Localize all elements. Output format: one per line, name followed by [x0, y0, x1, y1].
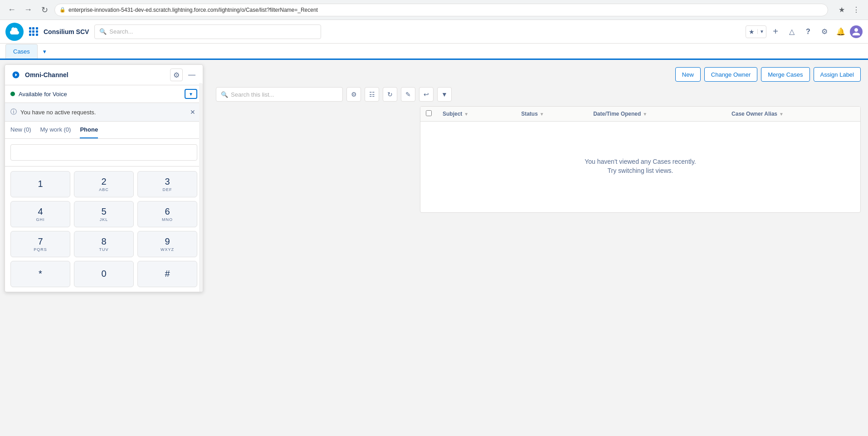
new-button[interactable]: New — [675, 67, 701, 82]
empty-state-message: You haven't viewed any Cases recently. T… — [420, 122, 860, 212]
dial-3-main: 3 — [165, 176, 170, 187]
undo-button[interactable]: ↩ — [419, 87, 434, 102]
dial-1-button[interactable]: 1 — [10, 171, 70, 197]
list-controls: 🔍 Search this list... ⚙ ☷ ↻ ✎ ↩ ▼ — [216, 87, 861, 102]
dial-6-button[interactable]: 6 MNO — [137, 201, 197, 227]
column-settings-button[interactable]: ⚙ — [346, 87, 361, 102]
info-message: You have no active requests. — [20, 109, 185, 116]
dial-7-sub: PQRS — [34, 247, 47, 252]
dial-8-button[interactable]: 8 TUV — [74, 231, 134, 257]
cases-table-wrapper: Subject ▼ Status ▼ Date/ — [420, 106, 861, 213]
dial-4-button[interactable]: 4 GHI — [10, 201, 70, 227]
url-text: enterprise-innovation-5431-dev-ed.scratc… — [68, 7, 318, 13]
chrome-menu-icon[interactable]: ⋮ — [850, 4, 863, 16]
dial-hash-button[interactable]: # — [137, 261, 197, 287]
dial-7-main: 7 — [38, 236, 43, 247]
dial-star-button[interactable]: * — [10, 261, 70, 287]
owner-column-header[interactable]: Case Owner Alias ▼ — [726, 107, 860, 122]
search-icon: 🔍 — [99, 28, 107, 35]
tab-phone[interactable]: Phone — [80, 122, 98, 138]
omni-minimize-button[interactable]: — — [186, 69, 197, 80]
sf-header: Consilium SCV 🔍 Search... ★ ▼ + △ ? ⚙ 🔔 — [0, 20, 868, 44]
tab-new[interactable]: New (0) — [10, 122, 31, 138]
change-owner-button[interactable]: Change Owner — [704, 67, 757, 82]
trailhead-icon[interactable]: △ — [785, 24, 799, 39]
dial-hash-main: # — [165, 269, 170, 279]
setup-icon[interactable]: ⚙ — [817, 24, 832, 39]
favorites-button[interactable]: ★ ▼ — [746, 25, 766, 38]
dial-3-button[interactable]: 3 DEF — [137, 171, 197, 197]
phone-input[interactable] — [10, 144, 197, 161]
filter-button[interactable]: ▼ — [437, 87, 452, 102]
dial-9-button[interactable]: 9 WXYZ — [137, 231, 197, 257]
app-launcher-dots[interactable] — [29, 27, 38, 36]
dial-6-sub: MNO — [162, 217, 173, 222]
edit-columns-button[interactable]: ✎ — [401, 87, 415, 102]
subject-column-header[interactable]: Subject ▼ — [437, 107, 516, 122]
user-avatar[interactable] — [850, 25, 863, 38]
phone-display — [5, 139, 203, 167]
empty-line-2: Try switching list views. — [429, 167, 851, 174]
date-sort-arrow: ▼ — [643, 112, 647, 117]
lock-icon: 🔒 — [59, 7, 66, 13]
cases-content: New Change Owner Merge Cases Assign Labe… — [209, 60, 868, 434]
dial-9-sub: WXYZ — [161, 247, 174, 252]
list-search-bar[interactable]: 🔍 Search this list... — [216, 87, 343, 102]
assign-label-button[interactable]: Assign Label — [814, 67, 861, 82]
owner-sort-arrow: ▼ — [779, 112, 784, 117]
omni-settings-button[interactable]: ⚙ — [170, 69, 183, 81]
dial-5-sub: JKL — [100, 217, 108, 222]
cases-tab-label: Cases — [13, 48, 30, 55]
favorites-dropdown-arrow[interactable]: ▼ — [757, 29, 766, 34]
bookmark-icon[interactable]: ★ — [835, 4, 848, 16]
status-dropdown-button[interactable]: ▼ — [185, 89, 197, 99]
list-search-placeholder: Search this list... — [231, 91, 274, 98]
address-bar[interactable]: 🔒 enterprise-innovation-5431-dev-ed.scra… — [54, 4, 828, 16]
date-column-header[interactable]: Date/Time Opened ▼ — [588, 107, 726, 122]
omni-header: Omni-Channel ⚙ — — [5, 65, 203, 85]
select-all-checkbox[interactable] — [426, 110, 432, 116]
app-name-label[interactable]: Consilium SCV — [44, 28, 89, 35]
scroll-bar[interactable] — [199, 83, 203, 292]
info-icon: ⓘ — [10, 108, 17, 116]
checkbox-column-header — [420, 107, 437, 122]
omni-availability-bar: Available for Voice ▼ — [5, 85, 203, 103]
back-button[interactable]: ← — [5, 4, 18, 16]
close-banner-button[interactable]: ✕ — [188, 108, 197, 117]
notifications-icon[interactable]: 🔔 — [834, 24, 848, 39]
star-icon[interactable]: ★ — [746, 28, 757, 35]
dial-0-main: 0 — [101, 269, 106, 279]
subject-sort-arrow: ▼ — [464, 112, 468, 117]
dial-2-button[interactable]: 2 ABC — [74, 171, 134, 197]
main-content: Omni-Channel ⚙ — Available for Voice ▼ ⓘ… — [0, 60, 868, 434]
global-search[interactable]: 🔍 Search... — [94, 24, 321, 39]
dial-9-main: 9 — [165, 236, 170, 247]
dial-5-button[interactable]: 5 JKL — [74, 201, 134, 227]
add-icon[interactable]: + — [768, 24, 783, 39]
dial-4-sub: GHI — [36, 217, 44, 222]
tab-my-work[interactable]: My work (0) — [40, 122, 71, 138]
refresh-list-button[interactable]: ↻ — [383, 87, 397, 102]
dial-0-button[interactable]: 0 — [74, 261, 134, 287]
search-placeholder: Search... — [109, 28, 133, 35]
status-indicator — [10, 92, 15, 96]
dial-7-button[interactable]: 7 PQRS — [10, 231, 70, 257]
nav-more-button[interactable]: ▾ — [38, 44, 52, 59]
omni-channel-icon — [10, 69, 21, 80]
dial-5-main: 5 — [101, 206, 106, 217]
merge-cases-button[interactable]: Merge Cases — [761, 67, 809, 82]
dial-3-sub: DEF — [163, 187, 172, 192]
browser-right-icons: ★ ⋮ — [835, 4, 863, 16]
dial-2-main: 2 — [101, 176, 106, 187]
layout-toggle-button[interactable]: ☷ — [365, 87, 379, 102]
refresh-button[interactable]: ↻ — [38, 4, 51, 16]
help-icon[interactable]: ? — [801, 24, 815, 39]
nav-tabs: Cases ▾ — [0, 44, 868, 60]
salesforce-logo[interactable] — [5, 23, 24, 41]
forward-button[interactable]: → — [22, 4, 34, 16]
status-column-header[interactable]: Status ▼ — [516, 107, 588, 122]
cases-tab[interactable]: Cases — [5, 44, 38, 59]
dial-8-main: 8 — [101, 236, 106, 247]
empty-line-1: You haven't viewed any Cases recently. — [429, 158, 851, 165]
cases-header-row: New Change Owner Merge Cases Assign Labe… — [216, 67, 861, 82]
